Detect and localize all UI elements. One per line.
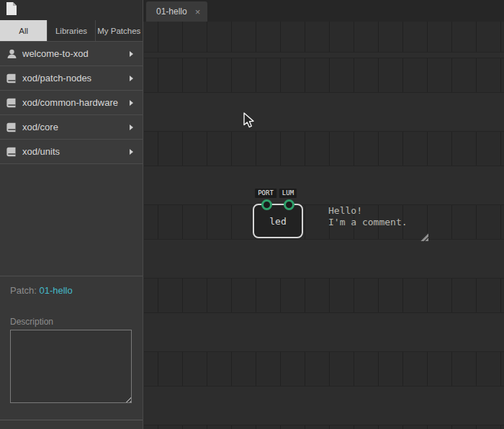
sidebar-divider bbox=[0, 276, 143, 276]
patch-canvas[interactable]: led PORT LUM Hello! I'm a comment. bbox=[144, 22, 504, 429]
book-icon bbox=[6, 73, 17, 83]
sidebar-item-xod-units[interactable]: xod/units bbox=[0, 140, 143, 164]
book-icon bbox=[6, 98, 17, 108]
sidebar-divider bbox=[0, 420, 143, 420]
pin-label-port: PORT bbox=[255, 189, 276, 198]
tab-my-patches[interactable]: My Patches bbox=[96, 20, 143, 41]
pin-lum[interactable] bbox=[284, 199, 294, 210]
item-label: xod/common-hardware bbox=[22, 97, 118, 108]
editor-tab-bar: 01-hello × bbox=[143, 0, 504, 22]
close-icon[interactable]: × bbox=[195, 7, 201, 17]
patch-tab-label: 01-hello bbox=[156, 6, 187, 17]
description-label: Description bbox=[10, 317, 53, 327]
file-icon bbox=[6, 1, 17, 16]
comment-line: Hello! bbox=[328, 205, 429, 217]
new-patch-icon[interactable] bbox=[5, 1, 18, 17]
sidebar-item-xod-core[interactable]: xod/core bbox=[0, 115, 143, 140]
tab-all[interactable]: All bbox=[0, 20, 48, 41]
library-filter-tabs: All Libraries My Patches bbox=[0, 20, 143, 41]
chevron-right-icon[interactable] bbox=[130, 51, 133, 57]
chevron-right-icon[interactable] bbox=[130, 149, 133, 155]
patch-name-link: 01-hello bbox=[39, 285, 72, 296]
chevron-right-icon[interactable] bbox=[130, 100, 133, 106]
pin-label-lum: LUM bbox=[279, 189, 297, 198]
patch-tab-01-hello[interactable]: 01-hello × bbox=[146, 1, 207, 22]
xod-ide-window: All Libraries My Patches welcome-to-xod bbox=[0, 0, 504, 429]
sidebar-item-welcome-to-xod[interactable]: welcome-to-xod bbox=[0, 42, 143, 66]
patch-info-row: Patch: 01-hello bbox=[10, 285, 73, 296]
patch-label: Patch: bbox=[10, 285, 37, 296]
node-led[interactable]: led bbox=[253, 204, 303, 238]
tab-libraries[interactable]: Libraries bbox=[48, 20, 95, 41]
project-browser-sidebar: All Libraries My Patches welcome-to-xod bbox=[0, 0, 143, 429]
library-list: welcome-to-xod xod/patch-nodes bbox=[0, 41, 143, 164]
comment-line: I'm a comment. bbox=[328, 217, 429, 228]
item-label: xod/patch-nodes bbox=[22, 73, 91, 83]
chevron-right-icon[interactable] bbox=[130, 125, 133, 130]
sidebar-item-xod-common-hardware[interactable]: xod/common-hardware bbox=[0, 91, 143, 115]
item-label: welcome-to-xod bbox=[22, 48, 89, 59]
comment-node[interactable]: Hello! I'm a comment. bbox=[328, 205, 429, 251]
pin-port[interactable] bbox=[261, 199, 272, 210]
sidebar-header bbox=[0, 0, 143, 20]
item-label: xod/units bbox=[22, 146, 60, 157]
item-label: xod/core bbox=[22, 122, 58, 132]
description-textarea[interactable] bbox=[10, 330, 132, 403]
node-label: led bbox=[254, 216, 302, 227]
user-icon bbox=[6, 49, 17, 59]
chevron-right-icon[interactable] bbox=[130, 76, 133, 81]
book-icon bbox=[6, 122, 17, 132]
sidebar-item-xod-patch-nodes[interactable]: xod/patch-nodes bbox=[0, 66, 143, 91]
book-icon bbox=[6, 147, 17, 157]
